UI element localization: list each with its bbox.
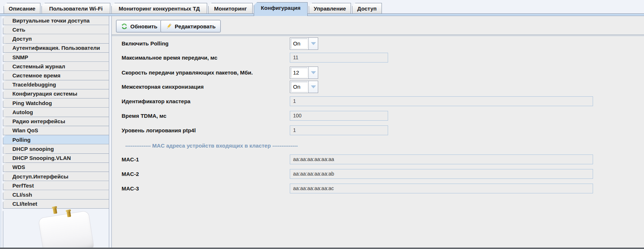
sidebar-item-polling[interactable]: Polling: [3, 135, 109, 144]
sidebar-item-dhcp-snooping[interactable]: DHCP snooping: [3, 144, 109, 153]
pencil-icon: [166, 23, 172, 29]
intersector-sync-dropdown-value: On: [291, 82, 308, 92]
mac-2-label: MAC-2: [122, 169, 287, 179]
selected-tab-strip: [0, 13, 644, 16]
max-tx-time-label: Максимальное время передачи, мс: [122, 53, 287, 63]
tab-competing-ap-monitoring[interactable]: Мониторинг конкурентных ТД: [111, 3, 207, 13]
sidebar-item-syslog[interactable]: Системный журнал: [3, 61, 109, 71]
sidebar-item-system-time[interactable]: Системное время: [3, 71, 109, 80]
edit-button-label: Редактировать: [175, 23, 216, 29]
sidebar-item-autolog[interactable]: Autolog: [3, 107, 109, 117]
tab-access[interactable]: Доступ: [352, 3, 382, 13]
intersector-sync-dropdown-button[interactable]: [308, 81, 318, 93]
polling-enable-dropdown[interactable]: On: [290, 37, 318, 50]
sidebar-item-dhcp-snooping-vlan[interactable]: DHCP Snooping.VLAN: [3, 153, 109, 163]
sidebar-item-access[interactable]: Доступ: [3, 34, 109, 43]
sidebar-item-snmp[interactable]: SNMP: [3, 52, 109, 62]
sidebar-item-network[interactable]: Сеть: [3, 25, 109, 34]
cluster-id-field[interactable]: 1: [290, 96, 593, 106]
mac-3-label: MAC-3: [122, 184, 287, 193]
content-panel: Обновить Редактировать -------------- MA…: [111, 16, 644, 249]
polling-enable-dropdown-button[interactable]: [308, 38, 318, 49]
refresh-button-label: Обновить: [130, 23, 157, 29]
refresh-button[interactable]: Обновить: [116, 20, 162, 32]
polling-enable-dropdown-value: On: [291, 39, 308, 49]
mac-2-field[interactable]: aa:aa:aa:aa:aa:ab: [290, 169, 593, 179]
max-tx-time-field[interactable]: 11: [290, 53, 388, 63]
mgmt-packet-rate-dropdown[interactable]: 12: [290, 67, 318, 79]
cluster-id-label: Идентификатор кластера: [122, 96, 287, 106]
tdma-time-field[interactable]: 100: [290, 111, 388, 121]
tab-description[interactable]: Описание: [4, 3, 40, 13]
top-tab-bar: ОписаниеПользователи Wi-FiМониторинг кон…: [0, 0, 644, 16]
ptp4l-log-level-field[interactable]: 1: [290, 125, 388, 135]
sidebar-item-ping-watchdog[interactable]: Ping Watchdog: [3, 98, 109, 108]
sidebar: Виртуальные точки доступаСетьДоступАутен…: [0, 16, 111, 249]
mac-section-header: -------------- MAC адреса устройств вход…: [125, 142, 298, 149]
mgmt-packet-rate-dropdown-button[interactable]: [308, 67, 318, 79]
sidebar-item-cli-ssh[interactable]: CLI/ssh: [3, 190, 109, 199]
toolbar-separator: [112, 35, 644, 36]
tab-configuration[interactable]: Конфигурация: [254, 2, 308, 16]
ptp4l-log-level-label: Уровень логирования ptp4l: [122, 125, 287, 135]
sidebar-item-radio-interfaces[interactable]: Радио интерфейсы: [3, 117, 109, 126]
tab-wifi-users[interactable]: Пользователи Wi-Fi: [42, 3, 110, 13]
sidebar-item-system-config[interactable]: Конфигурация системы: [3, 89, 109, 99]
sidebar-item-perftest[interactable]: PerfTest: [3, 181, 109, 190]
mac-1-field[interactable]: aa:aa:aa:aa:aa:aa: [290, 154, 593, 164]
mgmt-packet-rate-dropdown-value: 12: [291, 68, 308, 78]
tab-management[interactable]: Управление: [309, 3, 351, 13]
polling-enable-label: Включить Polling: [122, 37, 287, 50]
edit-button[interactable]: Редактировать: [161, 20, 221, 32]
sidebar-item-wlan-qos[interactable]: Wlan QoS: [3, 126, 109, 135]
chevron-down-icon: [311, 71, 316, 74]
sidebar-item-auth-users[interactable]: Аутентификация. Пользователи: [3, 43, 109, 53]
chevron-down-icon: [311, 42, 316, 45]
intersector-sync-dropdown[interactable]: On: [290, 81, 318, 93]
mac-1-label: MAC-1: [122, 154, 287, 164]
sidebar-item-access-interfaces[interactable]: Доступ.Интерфейсы: [3, 172, 109, 181]
chevron-down-icon: [311, 85, 316, 88]
app-window: ОписаниеПользователи Wi-FiМониторинг кон…: [0, 0, 644, 249]
tab-monitoring[interactable]: Мониторинг: [208, 3, 253, 13]
mgmt-packet-rate-label: Скорость передачи управляющих пакетов, М…: [122, 67, 287, 79]
mac-3-field[interactable]: aa:aa:aa:aa:aa:ac: [290, 184, 593, 193]
refresh-icon: [121, 23, 127, 29]
sidebar-item-trace-debugging[interactable]: Trace/debugging: [3, 80, 109, 89]
sidebar-list: Виртуальные точки доступаСетьДоступАутен…: [3, 16, 109, 209]
tdma-time-label: Время TDMA, мс: [122, 111, 287, 121]
intersector-sync-label: Межсекторная синхронизация: [122, 81, 287, 93]
sidebar-item-wds[interactable]: WDS: [3, 162, 109, 172]
sidebar-item-virtual-ap[interactable]: Виртуальные точки доступа: [3, 16, 109, 25]
